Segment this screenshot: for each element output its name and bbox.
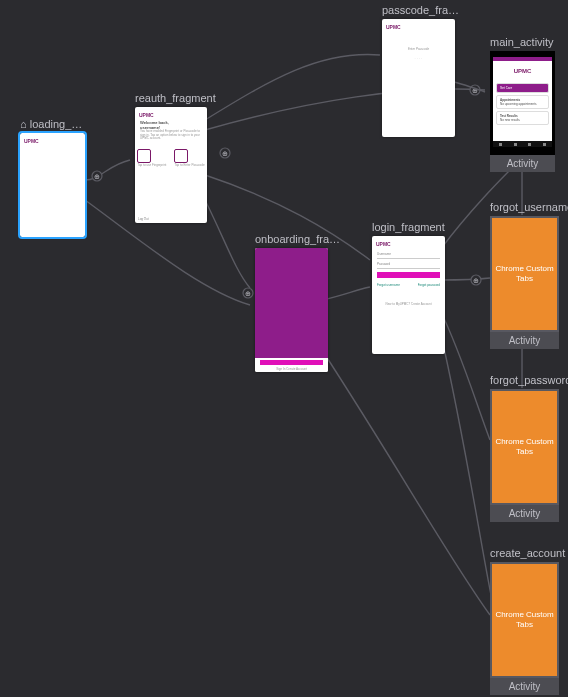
node-forgot-password[interactable]: forgot_password Chrome Custom Tabs Activ… bbox=[490, 374, 568, 522]
fingerprint-icon bbox=[137, 149, 151, 163]
upmc-logo: UPMC bbox=[20, 133, 85, 146]
username-field: Username bbox=[377, 252, 440, 259]
screen-thumbnail: UPMC Username Password Forgot username F… bbox=[372, 236, 445, 354]
node-title: forgot_password bbox=[490, 374, 568, 386]
icon-label: Tap to Enter Passcode bbox=[174, 163, 204, 168]
card-body: No new results bbox=[500, 118, 545, 122]
heading: Enter Passcode bbox=[382, 48, 455, 52]
svg-text:⊕: ⊕ bbox=[472, 87, 478, 94]
icon-label: Tap to use Fingerprint bbox=[137, 163, 166, 168]
card-body: No upcoming appointments bbox=[500, 102, 545, 106]
node-create-account[interactable]: create_account Chrome Custom Tabs Activi… bbox=[490, 547, 565, 695]
svg-point-6 bbox=[243, 288, 253, 298]
password-field: Password bbox=[377, 262, 440, 269]
node-loading-fragment[interactable]: loading_fra… UPMC bbox=[20, 118, 85, 237]
svg-text:⊕: ⊕ bbox=[94, 173, 100, 180]
onboarding-footer: Sign In Create Account bbox=[255, 358, 328, 372]
node-title: passcode_frag… bbox=[382, 4, 462, 16]
activity-label: Activity bbox=[490, 155, 555, 172]
screen-thumbnail: Sign In Create Account bbox=[255, 248, 328, 372]
phone-frame: UPMC Get Care Appointments No upcoming a… bbox=[490, 51, 555, 155]
logout-link: Log Out bbox=[138, 217, 149, 221]
node-title: loading_fra… bbox=[20, 118, 85, 130]
forgot-password-link: Forgot password bbox=[418, 283, 440, 287]
node-passcode-fragment[interactable]: passcode_frag… UPMC Enter Passcode · · ·… bbox=[382, 4, 462, 137]
phone-screen: UPMC Get Care Appointments No upcoming a… bbox=[493, 57, 552, 147]
signin-button bbox=[377, 272, 440, 278]
screen-thumbnail: UPMC Enter Passcode · · · · bbox=[382, 19, 455, 137]
card-appointments: Appointments No upcoming appointments bbox=[496, 95, 549, 109]
card-get-care: Get Care bbox=[496, 83, 549, 93]
upmc-logo: UPMC bbox=[372, 236, 445, 249]
chrome-custom-tabs-box: Chrome Custom Tabs bbox=[490, 562, 559, 678]
activity-label: Activity bbox=[490, 332, 559, 349]
svg-text:⊕: ⊕ bbox=[473, 277, 479, 284]
node-main-activity[interactable]: main_activity UPMC Get Care Appointments… bbox=[490, 36, 560, 172]
node-title: onboarding_fra… bbox=[255, 233, 340, 245]
node-title: create_account bbox=[490, 547, 565, 559]
footer-links: Sign In Create Account bbox=[255, 367, 328, 371]
svg-text:⊕: ⊕ bbox=[245, 290, 251, 297]
hero: UPMC bbox=[493, 61, 552, 81]
create-account-hint: New to MyUPMC? Create Account bbox=[372, 303, 445, 307]
node-reauth-fragment[interactable]: reauth_fragment UPMC Welcome back, usern… bbox=[135, 92, 225, 223]
card-results: Test Results No new results bbox=[496, 111, 549, 125]
activity-label: Activity bbox=[490, 505, 559, 522]
forgot-links: Forgot username Forgot password bbox=[372, 281, 445, 289]
upmc-logo: UPMC bbox=[514, 68, 532, 74]
node-title: reauth_fragment bbox=[135, 92, 225, 104]
auth-icon-row: Tap to use Fingerprint Tap to Enter Pass… bbox=[135, 149, 207, 168]
svg-point-8 bbox=[471, 275, 481, 285]
bottom-nav bbox=[493, 141, 552, 147]
onboarding-hero bbox=[255, 248, 328, 358]
node-title: main_activity bbox=[490, 36, 560, 48]
navigation-graph-canvas[interactable]: ⊕ ⊕ ⊕ ⊕ ⊕ loading_fra… bbox=[0, 0, 568, 697]
upmc-logo: UPMC bbox=[135, 107, 207, 120]
screen-thumbnail: UPMC Welcome back, username! You have en… bbox=[135, 107, 207, 223]
activity-label: Activity bbox=[490, 678, 559, 695]
node-title: login_fragment bbox=[372, 221, 452, 233]
node-forgot-username[interactable]: forgot_username Chrome Custom Tabs Activ… bbox=[490, 201, 568, 349]
passcode-icon bbox=[174, 149, 188, 163]
primary-button bbox=[260, 360, 323, 365]
screen-thumbnail: UPMC bbox=[20, 133, 85, 237]
body-text: You have enabled Fingerprint or Passcode… bbox=[135, 130, 207, 141]
chrome-custom-tabs-box: Chrome Custom Tabs bbox=[490, 216, 559, 332]
upmc-logo: UPMC bbox=[382, 19, 455, 32]
svg-point-2 bbox=[470, 85, 480, 95]
passcode-dots: · · · · bbox=[382, 56, 455, 61]
chrome-custom-tabs-box: Chrome Custom Tabs bbox=[490, 389, 559, 505]
svg-point-0 bbox=[92, 171, 102, 181]
node-title: forgot_username bbox=[490, 201, 568, 213]
node-login-fragment[interactable]: login_fragment UPMC Username Password Fo… bbox=[372, 221, 452, 354]
node-onboarding-fragment[interactable]: onboarding_fra… Sign In Create Account bbox=[255, 233, 340, 372]
forgot-username-link: Forgot username bbox=[377, 283, 400, 287]
